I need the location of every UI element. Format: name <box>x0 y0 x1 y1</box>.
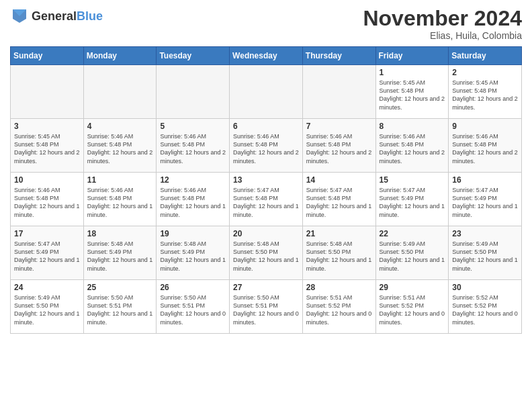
day-number: 7 <box>306 122 373 131</box>
day-number: 9 <box>452 122 519 131</box>
calendar-cell: 27Sunrise: 5:50 AM Sunset: 5:51 PM Dayli… <box>230 280 303 334</box>
calendar-cell: 12Sunrise: 5:46 AM Sunset: 5:48 PM Dayli… <box>157 173 230 226</box>
day-number: 14 <box>306 175 373 185</box>
day-info: Sunrise: 5:48 AM Sunset: 5:50 PM Dayligh… <box>233 240 300 273</box>
day-number: 3 <box>14 122 81 131</box>
day-info: Sunrise: 5:48 AM Sunset: 5:49 PM Dayligh… <box>160 240 226 273</box>
calendar-cell <box>157 65 230 119</box>
day-number: 5 <box>160 122 226 131</box>
calendar-cell: 8Sunrise: 5:46 AM Sunset: 5:48 PM Daylig… <box>375 119 449 173</box>
day-info: Sunrise: 5:50 AM Sunset: 5:51 PM Dayligh… <box>87 293 154 326</box>
day-number: 2 <box>452 68 519 77</box>
calendar-cell: 9Sunrise: 5:46 AM Sunset: 5:48 PM Daylig… <box>449 119 522 173</box>
day-info: Sunrise: 5:45 AM Sunset: 5:48 PM Dayligh… <box>14 132 81 165</box>
day-number: 18 <box>87 229 154 238</box>
day-info: Sunrise: 5:52 AM Sunset: 5:52 PM Dayligh… <box>452 293 519 326</box>
calendar-cell: 5Sunrise: 5:46 AM Sunset: 5:48 PM Daylig… <box>157 119 230 173</box>
day-number: 15 <box>380 175 446 185</box>
logo-general: General <box>32 9 77 23</box>
day-info: Sunrise: 5:50 AM Sunset: 5:51 PM Dayligh… <box>233 293 300 326</box>
day-info: Sunrise: 5:46 AM Sunset: 5:48 PM Dayligh… <box>87 132 154 165</box>
calendar-cell: 28Sunrise: 5:51 AM Sunset: 5:52 PM Dayli… <box>302 280 375 334</box>
day-number: 16 <box>452 175 519 185</box>
day-info: Sunrise: 5:46 AM Sunset: 5:48 PM Dayligh… <box>160 186 226 219</box>
calendar-cell: 1Sunrise: 5:45 AM Sunset: 5:48 PM Daylig… <box>375 65 449 119</box>
day-info: Sunrise: 5:48 AM Sunset: 5:50 PM Dayligh… <box>306 240 373 273</box>
day-number: 30 <box>452 283 519 292</box>
day-info: Sunrise: 5:47 AM Sunset: 5:49 PM Dayligh… <box>452 186 519 219</box>
calendar-cell: 3Sunrise: 5:45 AM Sunset: 5:48 PM Daylig… <box>11 119 84 173</box>
day-number: 29 <box>380 283 446 292</box>
col-thursday: Thursday <box>302 47 375 65</box>
calendar-cell: 22Sunrise: 5:49 AM Sunset: 5:50 PM Dayli… <box>375 226 449 280</box>
day-info: Sunrise: 5:47 AM Sunset: 5:49 PM Dayligh… <box>14 240 81 273</box>
col-monday: Monday <box>83 47 157 65</box>
calendar-week-5: 24Sunrise: 5:49 AM Sunset: 5:50 PM Dayli… <box>11 280 522 334</box>
calendar-cell: 15Sunrise: 5:47 AM Sunset: 5:49 PM Dayli… <box>375 173 449 226</box>
header-row: Sunday Monday Tuesday Wednesday Thursday… <box>11 47 522 65</box>
calendar-cell <box>302 65 375 119</box>
calendar-week-4: 17Sunrise: 5:47 AM Sunset: 5:49 PM Dayli… <box>11 226 522 280</box>
col-sunday: Sunday <box>11 47 84 65</box>
logo-blue: Blue <box>77 9 103 23</box>
calendar-cell: 26Sunrise: 5:50 AM Sunset: 5:51 PM Dayli… <box>157 280 230 334</box>
calendar-cell: 4Sunrise: 5:46 AM Sunset: 5:48 PM Daylig… <box>83 119 157 173</box>
calendar-cell: 25Sunrise: 5:50 AM Sunset: 5:51 PM Dayli… <box>83 280 157 334</box>
calendar-cell: 21Sunrise: 5:48 AM Sunset: 5:50 PM Dayli… <box>302 226 375 280</box>
day-number: 6 <box>233 122 300 131</box>
calendar-cell <box>83 65 157 119</box>
day-number: 4 <box>87 122 154 131</box>
day-info: Sunrise: 5:49 AM Sunset: 5:50 PM Dayligh… <box>14 293 81 326</box>
day-number: 20 <box>233 229 300 238</box>
day-number: 1 <box>380 68 446 77</box>
calendar-cell: 6Sunrise: 5:46 AM Sunset: 5:48 PM Daylig… <box>230 119 303 173</box>
day-info: Sunrise: 5:50 AM Sunset: 5:51 PM Dayligh… <box>160 293 226 326</box>
day-info: Sunrise: 5:47 AM Sunset: 5:48 PM Dayligh… <box>233 186 300 219</box>
logo: GeneralBlue <box>10 7 103 26</box>
day-number: 19 <box>160 229 226 238</box>
calendar-cell: 18Sunrise: 5:48 AM Sunset: 5:49 PM Dayli… <box>83 226 157 280</box>
day-info: Sunrise: 5:46 AM Sunset: 5:48 PM Dayligh… <box>87 186 154 219</box>
day-number: 21 <box>306 229 373 238</box>
day-number: 27 <box>233 283 300 292</box>
logo-text: GeneralBlue <box>32 9 103 24</box>
calendar-week-1: 1Sunrise: 5:45 AM Sunset: 5:48 PM Daylig… <box>11 65 522 119</box>
day-info: Sunrise: 5:46 AM Sunset: 5:48 PM Dayligh… <box>160 132 226 165</box>
day-info: Sunrise: 5:46 AM Sunset: 5:48 PM Dayligh… <box>233 132 300 165</box>
calendar-cell: 20Sunrise: 5:48 AM Sunset: 5:50 PM Dayli… <box>230 226 303 280</box>
calendar-cell <box>230 65 303 119</box>
calendar-cell <box>11 65 84 119</box>
day-info: Sunrise: 5:46 AM Sunset: 5:48 PM Dayligh… <box>306 132 373 165</box>
day-number: 11 <box>87 175 154 185</box>
calendar-container: GeneralBlue November 2024 Elias, Huila, … <box>0 0 532 344</box>
day-number: 10 <box>14 175 81 185</box>
calendar-table: Sunday Monday Tuesday Wednesday Thursday… <box>10 46 522 334</box>
day-info: Sunrise: 5:45 AM Sunset: 5:48 PM Dayligh… <box>452 79 519 111</box>
day-number: 26 <box>160 283 226 292</box>
calendar-week-3: 10Sunrise: 5:46 AM Sunset: 5:48 PM Dayli… <box>11 173 522 226</box>
day-info: Sunrise: 5:46 AM Sunset: 5:48 PM Dayligh… <box>380 132 446 165</box>
calendar-cell: 17Sunrise: 5:47 AM Sunset: 5:49 PM Dayli… <box>11 226 84 280</box>
logo-icon <box>10 7 29 26</box>
day-number: 22 <box>380 229 446 238</box>
day-info: Sunrise: 5:51 AM Sunset: 5:52 PM Dayligh… <box>306 293 373 326</box>
day-info: Sunrise: 5:48 AM Sunset: 5:49 PM Dayligh… <box>87 240 154 273</box>
day-number: 12 <box>160 175 226 185</box>
calendar-cell: 19Sunrise: 5:48 AM Sunset: 5:49 PM Dayli… <box>157 226 230 280</box>
calendar-cell: 10Sunrise: 5:46 AM Sunset: 5:48 PM Dayli… <box>11 173 84 226</box>
day-info: Sunrise: 5:45 AM Sunset: 5:48 PM Dayligh… <box>380 79 446 111</box>
calendar-cell: 23Sunrise: 5:49 AM Sunset: 5:50 PM Dayli… <box>449 226 522 280</box>
calendar-cell: 29Sunrise: 5:51 AM Sunset: 5:52 PM Dayli… <box>375 280 449 334</box>
day-number: 8 <box>380 122 446 131</box>
col-friday: Friday <box>375 47 449 65</box>
calendar-cell: 24Sunrise: 5:49 AM Sunset: 5:50 PM Dayli… <box>11 280 84 334</box>
day-number: 13 <box>233 175 300 185</box>
day-info: Sunrise: 5:47 AM Sunset: 5:48 PM Dayligh… <box>306 186 373 219</box>
col-tuesday: Tuesday <box>157 47 230 65</box>
day-info: Sunrise: 5:46 AM Sunset: 5:48 PM Dayligh… <box>452 132 519 165</box>
day-info: Sunrise: 5:46 AM Sunset: 5:48 PM Dayligh… <box>14 186 81 219</box>
calendar-cell: 30Sunrise: 5:52 AM Sunset: 5:52 PM Dayli… <box>449 280 522 334</box>
day-number: 17 <box>14 229 81 238</box>
calendar-cell: 16Sunrise: 5:47 AM Sunset: 5:49 PM Dayli… <box>449 173 522 226</box>
day-info: Sunrise: 5:51 AM Sunset: 5:52 PM Dayligh… <box>380 293 446 326</box>
